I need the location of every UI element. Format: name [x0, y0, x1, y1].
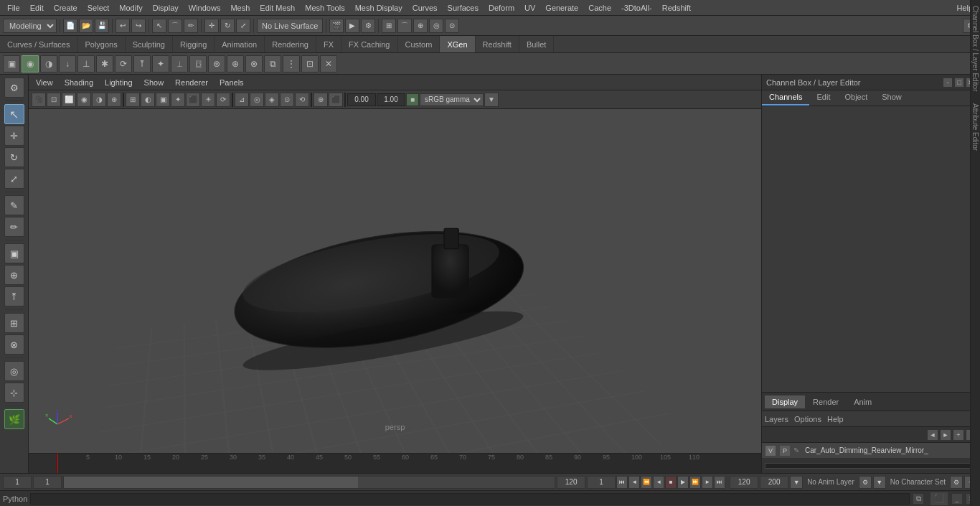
tab-xgen[interactable]: XGen: [440, 36, 475, 52]
anim-range-end-input[interactable]: [760, 476, 788, 489]
vp-color-btn[interactable]: ■: [406, 93, 419, 106]
char-set-btn[interactable]: ⚙: [950, 476, 963, 489]
menu-display[interactable]: Display: [149, 2, 183, 14]
anim-layer-arrow[interactable]: ▼: [790, 476, 803, 489]
snap-btn[interactable]: ◎: [4, 361, 24, 381]
window-minimize-btn[interactable]: _: [951, 493, 963, 505]
open-file-btn[interactable]: 📂: [79, 19, 93, 33]
xgen-btn3[interactable]: ◑: [40, 55, 57, 72]
channel-tab-object[interactable]: Object: [837, 90, 875, 106]
snap-grid-btn[interactable]: ⊞: [382, 19, 396, 33]
vp-menu-renderer[interactable]: Renderer: [171, 77, 212, 88]
layer-tab-anim[interactable]: Anim: [847, 395, 880, 408]
window-icon-btn[interactable]: ⬛: [930, 492, 948, 506]
vp-menu-panels[interactable]: Panels: [215, 77, 248, 88]
vp-smooth-btn[interactable]: ◉: [77, 93, 91, 107]
rewind-btn[interactable]: ⏪: [641, 476, 652, 489]
mode-select[interactable]: Modeling: [3, 19, 57, 33]
edge-tab-attribute-editor[interactable]: Attribute Editor: [971, 98, 980, 156]
xgen-btn5[interactable]: ⊥: [77, 55, 95, 72]
menu-3dtall[interactable]: -3DtoAll-: [617, 2, 656, 14]
select-btn[interactable]: ↖: [152, 19, 166, 33]
render-btn[interactable]: 🎬: [329, 19, 344, 33]
channel-tab-channels[interactable]: Channels: [762, 90, 809, 106]
snap-live-btn[interactable]: ◎: [429, 19, 443, 33]
menu-generate[interactable]: Generate: [541, 2, 583, 14]
tab-polygons[interactable]: Polygons: [77, 36, 125, 52]
loop-cut-btn[interactable]: ⊞: [4, 313, 24, 333]
xgen-btn15[interactable]: ⧉: [264, 55, 281, 72]
range-start-input[interactable]: [33, 476, 62, 489]
layer-edit-icon[interactable]: ✎: [793, 445, 802, 456]
layer-opt-help[interactable]: Help: [827, 415, 844, 423]
layer-scrollbar[interactable]: [762, 459, 980, 473]
layer-opt-layers[interactable]: Layers: [765, 415, 788, 423]
menu-mesh[interactable]: Mesh: [226, 2, 254, 14]
menu-cache[interactable]: Cache: [584, 2, 616, 14]
tab-curves-surfaces[interactable]: Curves / Surfaces: [0, 36, 77, 52]
vp-isolate-btn[interactable]: ⊕: [107, 93, 121, 107]
render-settings-btn[interactable]: ⚙: [361, 19, 375, 33]
panel-expand-btn[interactable]: □: [954, 78, 964, 88]
snap-curve-btn[interactable]: ⌒: [397, 19, 412, 33]
channel-tab-edit[interactable]: Edit: [809, 90, 837, 106]
menu-create[interactable]: Create: [50, 2, 82, 14]
ff-btn[interactable]: ⏩: [689, 476, 701, 489]
move-btn[interactable]: ✛: [204, 19, 219, 33]
merge-btn[interactable]: ⊗: [4, 334, 24, 355]
xgen-btn2[interactable]: ◉: [22, 55, 39, 72]
panel-minimize-btn[interactable]: -: [943, 78, 953, 88]
xgen-btn[interactable]: 🌿: [4, 409, 24, 429]
paint-select-btn[interactable]: ✏: [184, 19, 198, 33]
next-frame-btn[interactable]: ►: [702, 476, 713, 489]
xgen-btn11[interactable]: ⌼: [189, 55, 207, 72]
layer-next-btn[interactable]: ►: [940, 429, 951, 441]
range-end-input[interactable]: [557, 476, 585, 489]
stop-btn[interactable]: ■: [665, 476, 677, 489]
vp-fit-btn[interactable]: ⊡: [47, 93, 61, 107]
script-input[interactable]: [30, 493, 910, 505]
tab-bullet[interactable]: Bullet: [519, 36, 555, 52]
poly-select-btn[interactable]: ▣: [4, 243, 24, 263]
vp-grid-btn[interactable]: ⊞: [126, 93, 140, 107]
menu-windows[interactable]: Windows: [184, 2, 225, 14]
anim-layer-settings-btn[interactable]: ⚙: [859, 476, 872, 489]
layer-opt-options[interactable]: Options: [794, 415, 821, 423]
vp-shader-btn[interactable]: ◐: [141, 93, 155, 107]
tab-sculpting[interactable]: Sculpting: [126, 36, 173, 52]
vp-motion-btn[interactable]: ⊿: [235, 93, 249, 107]
vp-value2-input[interactable]: [377, 93, 405, 106]
snap-view-btn[interactable]: ⊙: [445, 19, 459, 33]
menu-mesh-display[interactable]: Mesh Display: [351, 2, 407, 14]
ipr-btn[interactable]: ▶: [345, 19, 359, 33]
script-expand-btn[interactable]: ⧉: [913, 493, 924, 505]
vp-value1-input[interactable]: [347, 93, 376, 106]
lasso-btn[interactable]: ⌒: [168, 19, 182, 33]
vp-wireframe2-btn[interactable]: ▣: [156, 93, 170, 107]
layer-playback-btn[interactable]: P: [779, 445, 791, 456]
playback-frame-input[interactable]: [587, 476, 616, 489]
vp-light-btn[interactable]: ☀: [201, 93, 215, 107]
menu-edit-mesh[interactable]: Edit Mesh: [255, 2, 299, 14]
move-tool-btn[interactable]: ✛: [4, 126, 24, 146]
xgen-btn7[interactable]: ⟳: [115, 55, 132, 72]
anim-end-input[interactable]: [730, 476, 758, 489]
undo-btn[interactable]: ↩: [116, 19, 130, 33]
play-fwd-btn[interactable]: ▶: [677, 476, 689, 489]
poly-extrude-btn[interactable]: ⤒: [4, 286, 24, 306]
tab-fx-caching[interactable]: FX Caching: [341, 36, 397, 52]
xgen-btn13[interactable]: ⊕: [227, 55, 244, 72]
layer-visibility-btn[interactable]: V: [765, 445, 776, 456]
vp-aa-btn[interactable]: ◈: [265, 93, 279, 107]
xgen-btn10[interactable]: ⟂: [171, 55, 188, 72]
xgen-btn16[interactable]: ⋮: [283, 55, 300, 72]
settings-tool-btn[interactable]: ⚙: [4, 78, 24, 98]
tab-fx[interactable]: FX: [316, 36, 341, 52]
xgen-btn8[interactable]: ⤒: [133, 55, 151, 72]
timeline-ruler[interactable]: 5 10 15 20 25 30 35 40 45 50 55 60 65 70: [57, 454, 761, 473]
vp-shadow-btn[interactable]: ⟳: [216, 93, 230, 107]
vp-wireframe-btn[interactable]: ⬜: [62, 93, 76, 107]
char-set-arrow[interactable]: ▼: [873, 476, 886, 489]
vp-menu-view[interactable]: View: [32, 77, 57, 88]
tab-rendering[interactable]: Rendering: [265, 36, 316, 52]
